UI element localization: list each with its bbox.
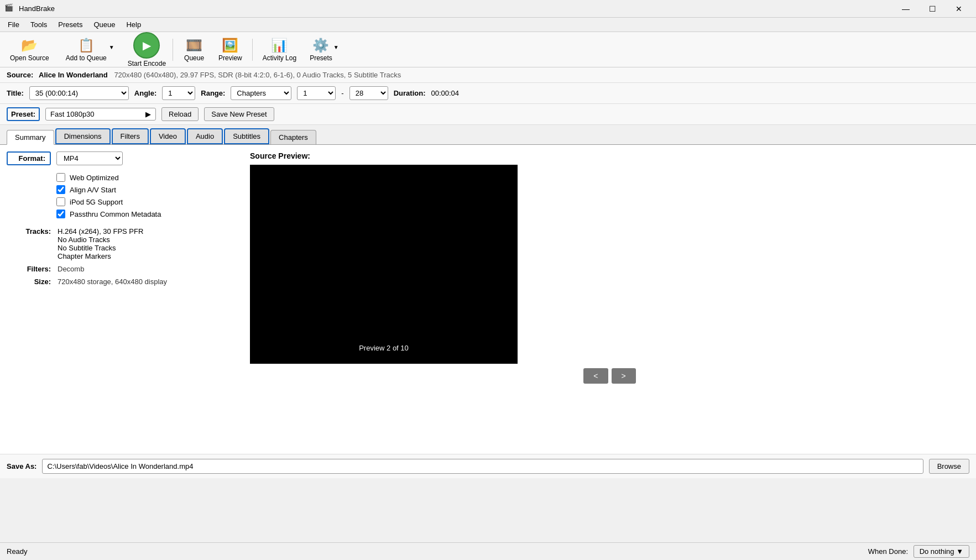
start-encode-label: Start Encode (128, 60, 166, 67)
preview-icon: 🖼️ (222, 38, 238, 53)
web-optimized-checkbox[interactable] (56, 173, 65, 182)
tab-video[interactable]: Video (150, 128, 186, 144)
queue-button[interactable]: 🎞️ Queue (178, 34, 211, 65)
tab-chapters[interactable]: Chapters (270, 130, 316, 144)
range-label: Range: (201, 89, 225, 97)
size-label: Size: (7, 278, 51, 286)
preview-badge: Preview 2 of 10 (351, 341, 416, 355)
angle-select[interactable]: 1 (162, 86, 195, 100)
size-value: 720x480 storage, 640x480 display (58, 278, 167, 286)
passthru-label: Passthru Common Metadata (70, 210, 161, 218)
open-source-label: Open Source (10, 54, 49, 62)
window-controls: — ☐ ✕ (893, 0, 972, 18)
preview-next-button[interactable]: > (612, 368, 636, 384)
presets-label: Presets (310, 54, 332, 62)
duration-label: Duration: (394, 89, 426, 97)
size-row: Size: 720x480 storage, 640x480 display (7, 278, 239, 286)
filters-info-value: Decomb (58, 265, 84, 273)
format-row: Format: MP4 MKV WebM (7, 151, 239, 165)
tracks-label: Tracks: (7, 227, 51, 260)
title-row: Title: 35 (00:00:14) Angle: 1 Range: Cha… (0, 83, 976, 104)
activity-log-label: Activity Log (263, 54, 296, 62)
format-select[interactable]: MP4 MKV WebM (56, 151, 123, 165)
tab-filters[interactable]: Filters (112, 128, 149, 144)
queue-label: Queue (184, 54, 204, 62)
browse-button[interactable]: Browse (929, 459, 969, 474)
preset-label: Preset: (7, 107, 40, 121)
range-select[interactable]: Chapters (231, 86, 291, 100)
activity-log-icon: 📊 (271, 38, 288, 53)
align-av-label: Align A/V Start (70, 186, 116, 194)
toolbar: 📂 Open Source 📋 Add to Queue ▼ ▶ Start E… (0, 32, 976, 67)
minimize-button[interactable]: — (893, 0, 918, 18)
maximize-button[interactable]: ☐ (920, 0, 945, 18)
app-icon: 🎬 (4, 3, 15, 14)
tab-summary[interactable]: Summary (7, 130, 54, 145)
save-preset-button[interactable]: Save New Preset (204, 107, 274, 121)
chapter-dash: - (341, 89, 343, 97)
info-section: Tracks: H.264 (x264), 30 FPS PFR No Audi… (7, 227, 239, 286)
menu-queue[interactable]: Queue (88, 19, 121, 30)
add-to-queue-icon: 📋 (78, 38, 95, 53)
right-panel: Source Preview: Preview 2 of 10 < > (250, 151, 969, 447)
filters-info-row: Filters: Decomb (7, 265, 239, 273)
tab-dimensions[interactable]: Dimensions (55, 128, 111, 144)
ipod-5g-row: iPod 5G Support (56, 197, 239, 206)
tab-audio[interactable]: Audio (187, 128, 223, 144)
preview-controls: < > (250, 368, 969, 384)
preset-row: Preset: Fast 1080p30 ▶ Reload Save New P… (0, 104, 976, 125)
source-info: 720x480 (640x480), 29.97 FPS, SDR (8-bit… (114, 71, 401, 79)
toolbar-separator-2 (252, 39, 253, 61)
preset-select-button[interactable]: Fast 1080p30 ▶ (45, 108, 156, 121)
format-label: Format: (7, 151, 51, 165)
align-av-checkbox[interactable] (56, 185, 65, 194)
app-title: HandBrake (19, 4, 893, 13)
source-bar: Source: Alice In Wonderland 720x480 (640… (0, 67, 976, 83)
open-source-button[interactable]: 📂 Open Source (4, 34, 55, 65)
left-panel: Format: MP4 MKV WebM Web Optimized Align… (7, 151, 239, 447)
menu-bar: File Tools Presets Queue Help (0, 18, 976, 32)
ipod-5g-checkbox[interactable] (56, 197, 65, 206)
duration-value: 00:00:04 (431, 89, 459, 97)
preset-value: Fast 1080p30 (50, 110, 95, 118)
menu-presets[interactable]: Presets (53, 19, 88, 30)
presets-icon: ⚙️ (312, 38, 329, 53)
menu-help[interactable]: Help (121, 19, 147, 30)
preset-arrow-icon: ▶ (145, 110, 151, 118)
title-label: Title: (7, 89, 24, 97)
tabs-container: Summary Dimensions Filters Video Audio S… (0, 125, 976, 144)
preview-button[interactable]: 🖼️ Preview (213, 34, 248, 65)
tab-subtitles[interactable]: Subtitles (224, 128, 269, 144)
web-optimized-label: Web Optimized (70, 174, 119, 182)
passthru-row: Passthru Common Metadata (56, 210, 239, 218)
chapter-end-select[interactable]: 28 (349, 86, 388, 100)
tracks-value-3: No Subtitle Tracks (58, 244, 143, 252)
passthru-checkbox[interactable] (56, 210, 65, 218)
title-select[interactable]: 35 (00:00:14) (29, 86, 129, 100)
menu-tools[interactable]: Tools (25, 19, 53, 30)
source-preview-label: Source Preview: (250, 151, 969, 160)
source-label: Source: (7, 71, 33, 79)
play-icon: ▶ (143, 39, 151, 52)
preview-image: Preview 2 of 10 (250, 165, 518, 364)
save-as-input[interactable] (42, 459, 923, 474)
when-done-dropdown[interactable]: Do nothing ▼ (914, 545, 969, 558)
add-to-queue-dropdown-icon: ▼ (109, 44, 114, 50)
ipod-5g-label: iPod 5G Support (70, 198, 123, 206)
menu-file[interactable]: File (2, 19, 25, 30)
presets-dropdown-icon: ▼ (333, 44, 339, 50)
tracks-values: H.264 (x264), 30 FPS PFR No Audio Tracks… (58, 227, 143, 260)
preview-label: Preview (218, 54, 242, 62)
align-av-row: Align A/V Start (56, 185, 239, 194)
tracks-value-4: Chapter Markers (58, 252, 143, 260)
add-to-queue-button[interactable]: 📋 Add to Queue ▼ (57, 34, 123, 65)
close-button[interactable]: ✕ (946, 0, 972, 18)
preview-prev-button[interactable]: < (583, 368, 608, 384)
web-optimized-row: Web Optimized (56, 173, 239, 182)
reload-button[interactable]: Reload (161, 107, 199, 121)
chapter-start-select[interactable]: 1 (297, 86, 336, 100)
presets-button[interactable]: ⚙️ Presets ▼ (304, 34, 345, 65)
start-encode-button[interactable]: ▶ (133, 32, 160, 59)
save-as-label: Save As: (7, 462, 36, 470)
activity-log-button[interactable]: 📊 Activity Log (257, 34, 302, 65)
